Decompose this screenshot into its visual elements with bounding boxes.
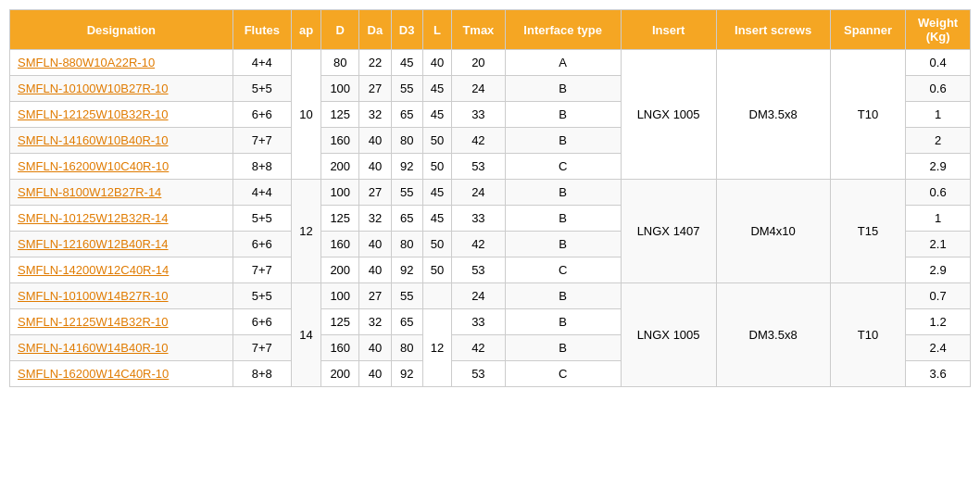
designation-cell: SMFLN-14200W12C40R-14	[10, 257, 233, 283]
tmax-cell: 42	[452, 232, 505, 257]
da-cell: 40	[359, 154, 391, 180]
insert-screws-cell: DM3.5x8	[716, 283, 830, 387]
l-cell: 12	[422, 309, 451, 387]
interface-type-cell: B	[505, 180, 621, 206]
insert-cell: LNGX 1407	[621, 180, 716, 283]
l-cell: 50	[422, 154, 451, 180]
tmax-cell: 24	[452, 180, 505, 206]
designation-cell: SMFLN-12160W12B40R-14	[10, 232, 233, 257]
designation-cell: SMFLN-8100W12B27R-14	[10, 180, 233, 206]
header-spanner: Spanner	[830, 10, 906, 50]
weight-cell: 0.6	[906, 180, 971, 206]
designation-link[interactable]: SMFLN-14160W10B40R-10	[18, 133, 169, 147]
da-cell: 27	[359, 283, 391, 309]
interface-type-cell: B	[505, 283, 621, 309]
weight-cell: 3.6	[906, 361, 971, 387]
d-cell: 200	[321, 361, 359, 387]
weight-cell: 1.2	[906, 309, 971, 335]
d3-cell: 80	[391, 335, 422, 361]
designation-link[interactable]: SMFLN-8100W12B27R-14	[18, 185, 161, 199]
designation-link[interactable]: SMFLN-12160W12B40R-14	[18, 237, 169, 251]
interface-type-cell: B	[505, 335, 621, 361]
da-cell: 22	[359, 50, 391, 76]
header-insert: Insert	[621, 10, 716, 50]
weight-cell: 1	[906, 206, 971, 232]
designation-link[interactable]: SMFLN-880W10A22R-10	[18, 56, 155, 69]
designation-link[interactable]: SMFLN-10100W10B27R-10	[18, 82, 169, 95]
interface-type-cell: B	[505, 232, 621, 257]
interface-type-cell: B	[505, 206, 621, 232]
ap-cell: 10	[291, 50, 320, 180]
flutes-cell: 4+4	[232, 50, 291, 76]
header-tmax: Tmax	[452, 10, 505, 50]
spanner-cell: T10	[830, 283, 906, 387]
l-cell: 45	[422, 102, 451, 128]
interface-type-cell: B	[505, 128, 621, 154]
designation-link[interactable]: SMFLN-16200W10C40R-10	[18, 159, 169, 173]
flutes-cell: 6+6	[232, 102, 291, 128]
spanner-cell: T10	[830, 50, 906, 180]
flutes-cell: 7+7	[232, 257, 291, 283]
interface-type-cell: A	[505, 50, 621, 76]
flutes-cell: 6+6	[232, 232, 291, 257]
designation-link[interactable]: SMFLN-10100W14B27R-10	[18, 289, 169, 303]
l-cell	[422, 283, 451, 309]
designation-cell: SMFLN-14160W14B40R-10	[10, 335, 233, 361]
tmax-cell: 53	[452, 361, 505, 387]
l-cell: 45	[422, 76, 451, 102]
header-d: D	[321, 10, 359, 50]
flutes-cell: 8+8	[232, 154, 291, 180]
tmax-cell: 53	[452, 257, 505, 283]
l-cell: 45	[422, 180, 451, 206]
d-cell: 100	[321, 76, 359, 102]
header-da: Da	[359, 10, 391, 50]
weight-cell: 2	[906, 128, 971, 154]
d-cell: 160	[321, 232, 359, 257]
designation-link[interactable]: SMFLN-10125W12B32R-14	[18, 211, 169, 225]
flutes-cell: 5+5	[232, 76, 291, 102]
d3-cell: 65	[391, 309, 422, 335]
weight-cell: 2.4	[906, 335, 971, 361]
designation-link[interactable]: SMFLN-14200W12C40R-14	[18, 263, 169, 277]
d3-cell: 55	[391, 283, 422, 309]
da-cell: 40	[359, 232, 391, 257]
header-ap: ap	[291, 10, 320, 50]
interface-type-cell: C	[505, 361, 621, 387]
header-designation: Designation	[10, 10, 233, 50]
flutes-cell: 5+5	[232, 283, 291, 309]
da-cell: 32	[359, 309, 391, 335]
d-cell: 160	[321, 128, 359, 154]
designation-link[interactable]: SMFLN-12125W10B32R-10	[18, 107, 169, 121]
d-cell: 100	[321, 283, 359, 309]
interface-type-cell: B	[505, 76, 621, 102]
designation-link[interactable]: SMFLN-16200W14C40R-10	[18, 367, 169, 381]
da-cell: 32	[359, 102, 391, 128]
d3-cell: 45	[391, 50, 422, 76]
designation-cell: SMFLN-16200W10C40R-10	[10, 154, 233, 180]
header-flutes: Flutes	[232, 10, 291, 50]
tmax-cell: 33	[452, 102, 505, 128]
designation-link[interactable]: SMFLN-14160W14B40R-10	[18, 341, 169, 355]
weight-cell: 0.4	[906, 50, 971, 76]
designation-cell: SMFLN-12125W14B32R-10	[10, 309, 233, 335]
flutes-cell: 6+6	[232, 309, 291, 335]
da-cell: 40	[359, 361, 391, 387]
da-cell: 40	[359, 257, 391, 283]
da-cell: 40	[359, 128, 391, 154]
tmax-cell: 42	[452, 128, 505, 154]
header-weight: Weight(Kg)	[906, 10, 971, 50]
d3-cell: 92	[391, 361, 422, 387]
designation-cell: SMFLN-16200W14C40R-10	[10, 361, 233, 387]
d-cell: 125	[321, 309, 359, 335]
flutes-cell: 7+7	[232, 335, 291, 361]
insert-screws-cell: DM4x10	[716, 180, 830, 283]
d3-cell: 55	[391, 180, 422, 206]
tmax-cell: 33	[452, 206, 505, 232]
d3-cell: 80	[391, 128, 422, 154]
insert-cell: LNGX 1005	[621, 50, 716, 180]
flutes-cell: 5+5	[232, 206, 291, 232]
designation-cell: SMFLN-10100W14B27R-10	[10, 283, 233, 309]
l-cell: 50	[422, 232, 451, 257]
insert-cell: LNGX 1005	[621, 283, 716, 387]
designation-link[interactable]: SMFLN-12125W14B32R-10	[18, 315, 169, 329]
